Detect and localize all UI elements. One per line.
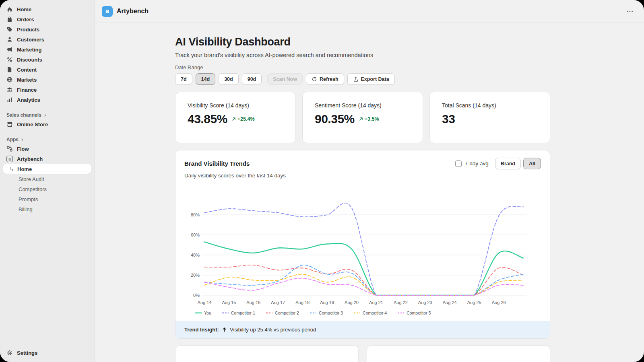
customers-icon <box>6 36 13 43</box>
sidebar-item-products[interactable]: Products <box>3 25 91 34</box>
chart-controls: 7-day avg BrandAll <box>455 158 541 169</box>
content-icon <box>6 66 13 73</box>
page-title: AI Visibility Dashboard <box>175 36 550 48</box>
label: Home <box>17 166 32 172</box>
sidebar-subitem-home[interactable]: Home <box>3 164 91 174</box>
flow-icon <box>6 146 13 152</box>
sidebar-item-markets[interactable]: Markets <box>3 75 91 84</box>
range-90d-button[interactable]: 90d <box>242 73 262 85</box>
svg-text:Aug 21: Aug 21 <box>369 300 383 305</box>
legend-swatch-icon <box>397 312 405 314</box>
apps-header[interactable]: Apps <box>3 136 91 143</box>
sidebar-item-settings[interactable]: Settings <box>0 343 94 362</box>
export-data-button[interactable]: Export Data <box>347 73 395 85</box>
chevron-right-icon <box>20 138 25 142</box>
metric-value: 43.85% <box>188 112 227 126</box>
label: Competitors <box>19 186 47 192</box>
sidebar-item-home[interactable]: Home <box>3 4 91 14</box>
chart-card: Brand Visibility Trends 7-day avg BrandA… <box>175 150 550 339</box>
label: +25.4% <box>237 116 255 122</box>
sidebar-item-content[interactable]: Content <box>3 65 91 74</box>
svg-text:Aug 18: Aug 18 <box>295 300 310 305</box>
label: Content <box>17 67 37 73</box>
chart-header: Brand Visibility Trends 7-day avg BrandA… <box>175 150 550 169</box>
label: Orders <box>17 16 34 23</box>
metric-value: 90.35% <box>315 112 355 126</box>
settings-icon <box>6 350 13 356</box>
label: Competitor 3 <box>319 311 343 315</box>
range-7d-button[interactable]: 7d <box>175 73 192 85</box>
label: Competitor 2 <box>275 311 299 315</box>
svg-text:20%: 20% <box>191 273 200 278</box>
label: Competitor 1 <box>231 311 255 315</box>
sidebar-subitem-store-audit[interactable]: Store Audit <box>3 174 91 184</box>
sidebar-subitem-prompts[interactable]: Prompts <box>3 194 91 204</box>
overflow-menu-icon[interactable] <box>626 8 634 15</box>
svg-text:0%: 0% <box>193 293 200 298</box>
chart-legend: YouCompetitor 1Competitor 2Competitor 3C… <box>175 310 550 321</box>
range-30d-button[interactable]: 30d <box>219 73 239 85</box>
svg-text:80%: 80% <box>191 212 200 217</box>
svg-text:Aug 17: Aug 17 <box>271 300 285 305</box>
arrow-up-right-icon <box>359 117 363 121</box>
label: Discounts <box>17 57 42 63</box>
metric-card-visibility-score-14-days-: Visibility Score (14 days)43.85%+25.4% <box>175 92 296 143</box>
seven-day-avg-label: 7-day avg <box>465 160 489 167</box>
view-brand-button[interactable]: Brand <box>495 158 521 169</box>
topbar: a Artybench <box>95 0 644 23</box>
seven-day-avg-checkbox[interactable] <box>455 160 462 167</box>
metric-cards: Visibility Score (14 days)43.85%+25.4%Se… <box>175 92 550 143</box>
sidebar-item-orders[interactable]: Orders <box>3 14 91 24</box>
sidebar-item-artybench[interactable]: aArtybench <box>3 154 91 164</box>
sidebar-item-flow[interactable]: Flow <box>3 144 91 154</box>
arrow-up-right-icon <box>231 117 236 121</box>
svg-text:Aug 15: Aug 15 <box>222 300 236 305</box>
label: Competitor 4 <box>363 311 387 315</box>
sidebar-item-online-store[interactable]: Online Store <box>3 119 91 129</box>
legend-swatch-icon <box>310 312 317 314</box>
finance-icon <box>6 86 13 93</box>
artybench-logo-icon: a <box>102 6 113 17</box>
refresh-button[interactable]: Refresh <box>306 73 344 85</box>
view-all-button[interactable]: All <box>523 158 541 169</box>
metric-card-sentiment-score-14-days-: Sentiment Score (14 days)90.35%+3.5% <box>302 92 423 143</box>
legend-item-competitor-2: Competitor 2 <box>266 311 299 315</box>
label: Flow <box>17 146 29 152</box>
label: Store Audit <box>19 176 44 182</box>
metric-title: Visibility Score (14 days) <box>188 102 283 109</box>
label: Finance <box>17 87 37 93</box>
settings-label: Settings <box>17 350 37 356</box>
sidebar-item-marketing[interactable]: Marketing <box>3 45 91 54</box>
app-window: HomeOrdersProductsCustomersMarketingDisc… <box>0 0 644 362</box>
legend-swatch-icon <box>195 312 202 314</box>
sidebar-item-analytics[interactable]: Analytics <box>3 95 91 105</box>
legend-item-competitor-4: Competitor 4 <box>353 311 387 315</box>
legend-item-you: You <box>195 311 211 315</box>
products-icon <box>6 26 13 33</box>
sidebar-item-discounts[interactable]: Discounts <box>3 55 91 64</box>
main-content: AI Visibility Dashboard Track your brand… <box>95 23 644 362</box>
label: Products <box>17 27 39 33</box>
svg-text:Aug 19: Aug 19 <box>320 300 334 305</box>
sidebar-nav: HomeOrdersProductsCustomersMarketingDisc… <box>0 4 94 105</box>
scan-now-button[interactable]: Scan Now <box>267 73 303 85</box>
legend-item-competitor-5: Competitor 5 <box>397 311 431 315</box>
sidebar-subitem-billing[interactable]: Billing <box>3 204 91 214</box>
range-14d-button[interactable]: 14d <box>196 73 216 85</box>
apps-section: Apps FlowaArtybenchHomeStore AuditCompet… <box>0 136 94 214</box>
chevron-right-icon <box>43 113 47 117</box>
legend-item-competitor-3: Competitor 3 <box>310 311 343 315</box>
refresh-label: Refresh <box>320 76 339 82</box>
corner-arrow-icon <box>9 166 15 172</box>
date-range-group: 7d14d30d90d <box>175 73 262 85</box>
chart-subtitle: Daily visibility scores over the last 14… <box>175 173 550 179</box>
artybench-app-icon: a <box>6 156 13 162</box>
label: Online Store <box>17 121 48 128</box>
sidebar-item-finance[interactable]: Finance <box>3 85 91 95</box>
sidebar-subitem-competitors[interactable]: Competitors <box>3 184 91 194</box>
label: Markets <box>17 77 37 83</box>
legend-swatch-icon <box>353 312 361 314</box>
sales-channels-header[interactable]: Sales channels <box>3 111 91 119</box>
legend-swatch-icon <box>266 312 273 314</box>
sidebar-item-customers[interactable]: Customers <box>3 35 91 44</box>
